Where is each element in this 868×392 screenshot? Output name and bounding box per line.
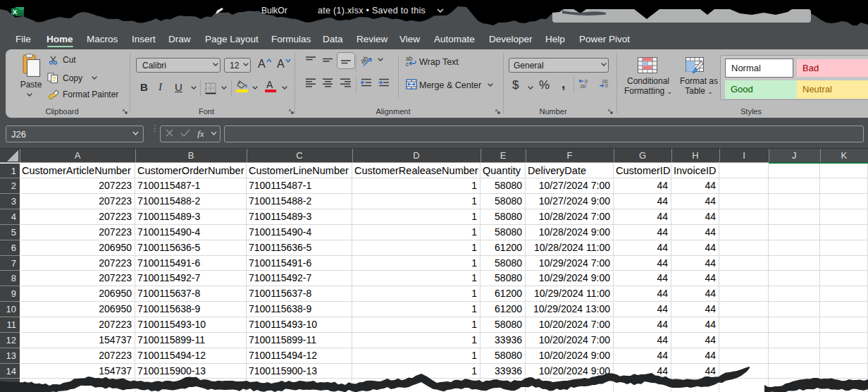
svg-text:.00: .00 [579,84,586,88]
svg-text:X: X [13,8,17,16]
svg-text:0: 0 [585,79,588,84]
svg-text:0: 0 [605,83,608,88]
svg-text:fx: fx [197,128,204,138]
